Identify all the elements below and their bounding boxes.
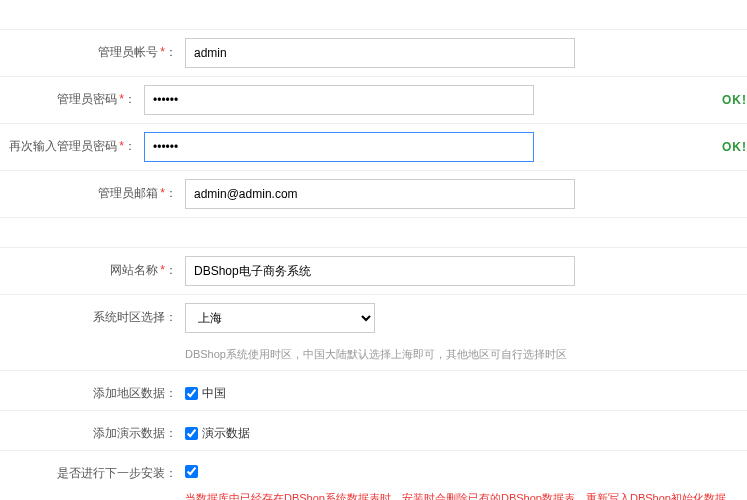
status-admin-pass: OK! xyxy=(542,93,747,107)
row-region: 添加地区数据： 中国 xyxy=(0,371,747,411)
checkbox-region[interactable] xyxy=(185,387,198,400)
input-admin-user[interactable] xyxy=(185,38,575,68)
label-admin-pass: 管理员密码*： xyxy=(0,85,144,108)
row-demo: 添加演示数据： 演示数据 xyxy=(0,411,747,451)
top-spacer xyxy=(0,0,747,30)
checkbox-region-label: 中国 xyxy=(202,385,226,402)
warn-proceed-1: 当数据库中已经存在DBShop系统数据表时，安装时会删除已有的DBShop数据表… xyxy=(185,490,747,500)
input-admin-pass2[interactable] xyxy=(144,132,534,162)
label-proceed: 是否进行下一步安装： xyxy=(0,459,185,482)
row-admin-pass2: 再次输入管理员密码*： OK! xyxy=(0,124,747,171)
label-demo: 添加演示数据： xyxy=(0,419,185,442)
row-admin-email: 管理员邮箱*： xyxy=(0,171,747,218)
mid-spacer xyxy=(0,218,747,248)
checkbox-proceed[interactable] xyxy=(185,465,198,478)
label-region: 添加地区数据： xyxy=(0,379,185,402)
label-admin-user: 管理员帐号*： xyxy=(0,38,185,61)
select-timezone[interactable]: 上海 xyxy=(185,303,375,333)
row-site-name: 网站名称*： xyxy=(0,248,747,295)
checkbox-demo-label: 演示数据 xyxy=(202,425,250,442)
label-timezone: 系统时区选择： xyxy=(0,303,185,326)
row-timezone: 系统时区选择： 上海 DBShop系统使用时区，中国大陆默认选择上海即可，其他地… xyxy=(0,295,747,371)
help-timezone: DBShop系统使用时区，中国大陆默认选择上海即可，其他地区可自行选择时区 xyxy=(185,347,567,362)
row-proceed: 是否进行下一步安装： 当数据库中已经存在DBShop系统数据表时，安装时会删除已… xyxy=(0,451,747,500)
label-admin-pass2: 再次输入管理员密码*： xyxy=(0,132,144,155)
checkbox-demo[interactable] xyxy=(185,427,198,440)
row-admin-user: 管理员帐号*： xyxy=(0,30,747,77)
label-admin-email: 管理员邮箱*： xyxy=(0,179,185,202)
input-site-name[interactable] xyxy=(185,256,575,286)
label-site-name: 网站名称*： xyxy=(0,256,185,279)
input-admin-pass[interactable] xyxy=(144,85,534,115)
status-admin-pass2: OK! xyxy=(542,140,747,154)
row-admin-pass: 管理员密码*： OK! xyxy=(0,77,747,124)
input-admin-email[interactable] xyxy=(185,179,575,209)
